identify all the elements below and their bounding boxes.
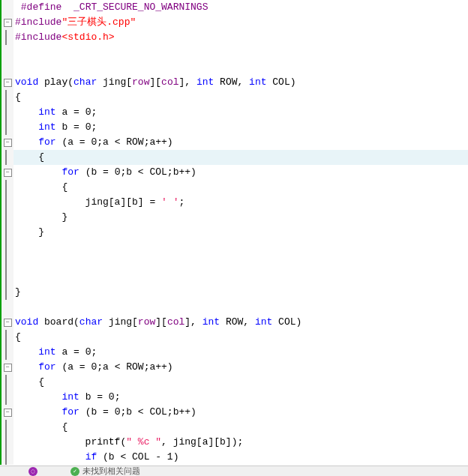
code-line[interactable]: { (0, 330, 468, 345)
gutter (0, 120, 14, 135)
code-content[interactable]: { (14, 150, 468, 165)
code-line[interactable]: { (0, 420, 468, 435)
gutter (0, 375, 14, 390)
code-content[interactable]: } (14, 285, 468, 300)
gutter (0, 30, 14, 45)
code-content[interactable]: #include"三子棋头.cpp" (14, 15, 468, 30)
code-content[interactable]: { (14, 330, 468, 345)
code-content[interactable]: for (a = 0;a < ROW;a++) (14, 360, 468, 375)
gutter (0, 105, 14, 120)
gutter (0, 255, 14, 270)
code-line[interactable] (0, 255, 468, 270)
code-line[interactable]: −void board(char jing[row][col], int ROW… (0, 315, 468, 330)
code-content[interactable]: int b = 0; (14, 120, 468, 135)
gutter (0, 45, 14, 60)
code-content[interactable]: printf(" %c ", jing[a][b]); (14, 435, 468, 450)
code-content[interactable] (14, 255, 468, 270)
fold-minus-icon[interactable]: − (4, 139, 12, 147)
code-line[interactable]: if (b < COL - 1) (0, 450, 468, 465)
code-line[interactable]: { (0, 150, 468, 165)
code-line[interactable]: − for (a = 0;a < ROW;a++) (0, 360, 468, 375)
code-line[interactable]: } (0, 210, 468, 225)
code-line[interactable]: − for (a = 0;a < ROW;a++) (0, 135, 468, 150)
code-content[interactable]: int a = 0; (14, 345, 468, 360)
code-content[interactable]: for (b = 0;b < COL;b++) (14, 165, 468, 180)
gutter (0, 435, 14, 450)
code-line[interactable]: } (0, 285, 468, 300)
fold-minus-icon[interactable]: − (4, 169, 12, 177)
fold-line-icon (5, 345, 7, 360)
code-line[interactable]: #define _CRT_SECURE_NO_WARNINGS (0, 0, 468, 15)
code-line[interactable]: −void play(char jing[row][col], int ROW,… (0, 75, 468, 90)
fold-minus-icon[interactable]: − (4, 319, 12, 327)
code-line[interactable]: { (0, 375, 468, 390)
gutter: − (0, 360, 14, 375)
code-line[interactable]: − for (b = 0;b < COL;b++) (0, 405, 468, 420)
fold-line-icon (5, 390, 7, 405)
code-content[interactable]: { (14, 180, 468, 195)
gutter: − (0, 135, 14, 150)
code-content[interactable]: } (14, 225, 468, 240)
code-content[interactable]: #include<stdio.h> (14, 30, 468, 45)
code-line[interactable]: } (0, 225, 468, 240)
fold-line-icon (5, 285, 7, 300)
gutter (0, 225, 14, 240)
code-line[interactable]: int b = 0; (0, 390, 468, 405)
code-content[interactable]: for (b = 0;b < COL;b++) (14, 405, 468, 420)
gutter (0, 240, 14, 255)
code-line[interactable]: printf(" %c ", jing[a][b]); (0, 435, 468, 450)
code-content[interactable]: int a = 0; (14, 105, 468, 120)
code-content[interactable]: void play(char jing[row][col], int ROW, … (14, 75, 468, 90)
fold-minus-icon[interactable]: − (4, 19, 12, 27)
status-icon-wait: ◌ (28, 467, 38, 476)
code-line[interactable]: #include<stdio.h> (0, 30, 468, 45)
code-line[interactable]: − for (b = 0;b < COL;b++) (0, 165, 468, 180)
gutter: − (0, 315, 14, 330)
gutter (0, 345, 14, 360)
code-content[interactable]: jing[a][b] = ' '; (14, 195, 468, 210)
fold-line-icon (5, 30, 7, 45)
status-text: 未找到相关问题 (82, 466, 140, 476)
code-line[interactable] (0, 300, 468, 315)
fold-line-icon (5, 435, 7, 450)
fold-minus-icon[interactable]: − (4, 409, 12, 417)
code-line[interactable]: { (0, 90, 468, 105)
code-content[interactable]: } (14, 210, 468, 225)
gutter (0, 210, 14, 225)
code-content[interactable]: int b = 0; (14, 390, 468, 405)
code-content[interactable]: for (a = 0;a < ROW;a++) (14, 135, 468, 150)
gutter (0, 450, 14, 465)
code-line[interactable]: −#include"三子棋头.cpp" (0, 15, 468, 30)
code-content[interactable] (14, 60, 468, 75)
code-content[interactable] (14, 45, 468, 60)
code-line[interactable] (0, 45, 468, 60)
code-line[interactable]: int b = 0; (0, 120, 468, 135)
code-editor[interactable]: #define _CRT_SECURE_NO_WARNINGS−#include… (0, 0, 468, 465)
code-content[interactable]: { (14, 420, 468, 435)
code-line[interactable] (0, 240, 468, 255)
gutter (0, 180, 14, 195)
code-content[interactable]: #define _CRT_SECURE_NO_WARNINGS (14, 0, 468, 15)
code-content[interactable]: void board(char jing[row][col], int ROW,… (14, 315, 468, 330)
code-content[interactable] (14, 240, 468, 255)
code-line[interactable] (0, 270, 468, 285)
fold-minus-icon[interactable]: − (4, 364, 12, 372)
fold-line-icon (5, 225, 7, 240)
code-line[interactable]: { (0, 180, 468, 195)
fold-line-icon (5, 375, 7, 390)
fold-line-icon (5, 240, 7, 255)
fold-minus-icon[interactable]: − (4, 79, 12, 87)
code-content[interactable]: { (14, 90, 468, 105)
gutter (0, 285, 14, 300)
fold-line-icon (5, 255, 7, 270)
code-content[interactable]: if (b < COL - 1) (14, 450, 468, 465)
code-content[interactable] (14, 270, 468, 285)
fold-line-icon (5, 120, 7, 135)
code-line[interactable]: int a = 0; (0, 105, 468, 120)
code-line[interactable]: jing[a][b] = ' '; (0, 195, 468, 210)
code-content[interactable]: { (14, 375, 468, 390)
fold-line-icon (5, 210, 7, 225)
code-line[interactable] (0, 60, 468, 75)
code-content[interactable] (14, 300, 468, 315)
code-line[interactable]: int a = 0; (0, 345, 468, 360)
